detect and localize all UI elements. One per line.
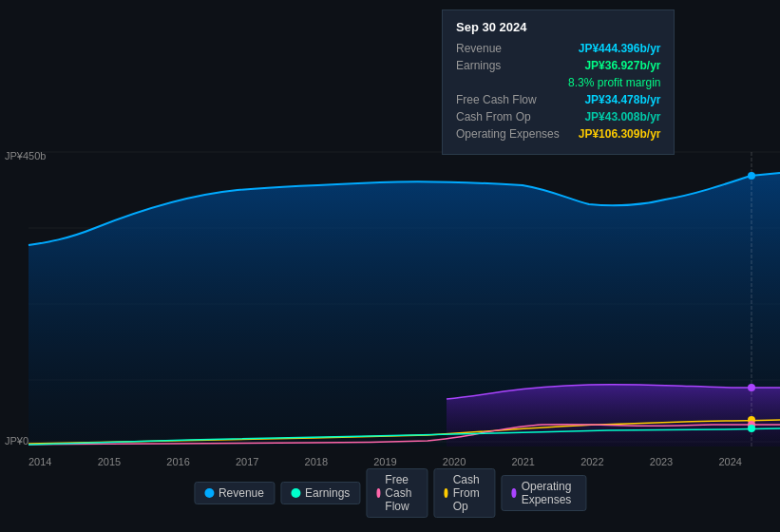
- legend-label-revenue: Revenue: [219, 486, 264, 500]
- x-axis: 2014 2015 2016 2017 2018 2019 2020 2021 …: [0, 456, 780, 467]
- legend-cash-from-op[interactable]: Cash From Op: [433, 468, 495, 518]
- legend-earnings[interactable]: Earnings: [280, 482, 360, 504]
- tooltip-revenue-label: Revenue: [456, 42, 502, 55]
- tooltip-cashop-value: JP¥43.008b/yr: [584, 110, 660, 124]
- tooltip-earnings-value: JP¥36.927b/yr: [584, 59, 660, 72]
- tooltip-cashop-label: Cash From Op: [456, 110, 531, 124]
- tooltip-fcf-label: Free Cash Flow: [456, 93, 537, 106]
- x-label-2017: 2017: [236, 456, 258, 467]
- tooltip-earnings-label: Earnings: [456, 59, 501, 72]
- x-label-2024: 2024: [718, 456, 741, 467]
- tooltip-fcf-row: Free Cash Flow JP¥34.478b/yr: [456, 93, 660, 106]
- legend-label-opex: Operating Expenses: [522, 480, 576, 506]
- legend-label-fcf: Free Cash Flow: [385, 473, 417, 513]
- x-label-2023: 2023: [650, 456, 673, 467]
- tooltip-profit-margin-row: 8.3% profit margin: [456, 76, 660, 89]
- tooltip-cashop-row: Cash From Op JP¥43.008b/yr: [456, 110, 660, 124]
- y-label-bottom: JP¥0: [5, 435, 29, 446]
- legend-label-cashop: Cash From Op: [453, 473, 485, 513]
- x-label-2018: 2018: [305, 456, 328, 467]
- y-label-top: JP¥450b: [5, 150, 46, 162]
- tooltip-revenue-value: JP¥444.396b/yr: [579, 42, 661, 55]
- tooltip-panel: Sep 30 2024 Revenue JP¥444.396b/yr Earni…: [442, 10, 675, 155]
- legend-dot-fcf: [376, 488, 380, 498]
- legend-dot-revenue: [204, 488, 214, 498]
- x-label-2015: 2015: [98, 456, 121, 467]
- legend-free-cash-flow[interactable]: Free Cash Flow: [366, 468, 428, 518]
- legend-dot-cashop: [444, 488, 447, 498]
- legend-operating-expenses[interactable]: Operating Expenses: [501, 475, 586, 511]
- tooltip-date: Sep 30 2024: [456, 20, 660, 34]
- x-label-2014: 2014: [29, 456, 51, 467]
- legend-dot-earnings: [291, 488, 300, 498]
- x-label-2019: 2019: [373, 456, 396, 467]
- legend: Revenue Earnings Free Cash Flow Cash Fro…: [194, 468, 586, 518]
- x-label-2021: 2021: [511, 456, 534, 467]
- tooltip-opex-value: JP¥106.309b/yr: [579, 127, 661, 141]
- tooltip-revenue-row: Revenue JP¥444.396b/yr: [456, 42, 660, 55]
- svg-point-8: [748, 384, 755, 391]
- tooltip-earnings-row: Earnings JP¥36.927b/yr: [456, 59, 660, 72]
- tooltip-opex-row: Operating Expenses JP¥106.309b/yr: [456, 127, 660, 141]
- chart-container: JP¥450b JP¥0 Sep 30 2024 Revenue JP¥444.…: [0, 0, 780, 532]
- tooltip-fcf-value: JP¥34.478b/yr: [584, 93, 660, 106]
- x-label-2020: 2020: [443, 456, 466, 467]
- legend-revenue[interactable]: Revenue: [194, 482, 275, 504]
- svg-point-7: [748, 172, 755, 180]
- x-label-2022: 2022: [580, 456, 603, 467]
- legend-dot-opex: [511, 488, 516, 498]
- legend-label-earnings: Earnings: [305, 486, 350, 500]
- tooltip-profit-margin: 8.3% profit margin: [568, 76, 660, 89]
- x-label-2016: 2016: [166, 456, 189, 467]
- tooltip-opex-label: Operating Expenses: [456, 127, 560, 141]
- svg-point-11: [748, 425, 755, 432]
